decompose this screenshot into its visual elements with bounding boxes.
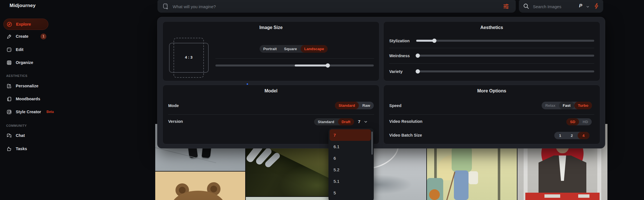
video-batch-option-4[interactable]: 4 bbox=[578, 132, 589, 139]
weirdness-label: Weirdness bbox=[389, 54, 410, 58]
search-images-input[interactable] bbox=[532, 0, 576, 13]
version-label: Version bbox=[168, 119, 183, 124]
version-option-5-2[interactable]: 5.2 bbox=[330, 164, 371, 175]
stylization-slider-thumb[interactable] bbox=[432, 39, 436, 43]
app-logo[interactable]: Midjourney bbox=[10, 3, 36, 8]
chat-icon bbox=[6, 133, 12, 139]
speed-label: Speed bbox=[389, 103, 402, 108]
version-type-option-standard[interactable]: Standard bbox=[314, 118, 338, 125]
bear-ear-inner bbox=[179, 187, 186, 194]
thumbs-up-icon bbox=[6, 146, 12, 152]
aesthetics-card: Aesthetics Stylization Weirdness Variety bbox=[383, 21, 600, 81]
mode-option-standard[interactable]: Standard bbox=[335, 102, 359, 109]
orientation-option-square[interactable]: Square bbox=[280, 45, 301, 53]
prompt-input[interactable] bbox=[172, 0, 483, 13]
sidebar-item-chat[interactable]: Chat bbox=[0, 132, 70, 139]
sidebar-item-label: Tasks bbox=[16, 146, 27, 151]
video-batch-option-2[interactable]: 2 bbox=[566, 132, 578, 139]
orange-bag bbox=[429, 189, 440, 200]
sidebar-item-label: Chat bbox=[16, 133, 25, 138]
speed-option-fast[interactable]: Fast bbox=[559, 102, 574, 109]
speed-option-turbo[interactable]: Turbo bbox=[574, 102, 592, 109]
sidebar-item-label: Organize bbox=[16, 60, 33, 65]
video-resolution-option-hd[interactable]: HD bbox=[579, 118, 592, 125]
card-title: Image Size bbox=[163, 25, 379, 30]
video-batch-size-label: Video Batch Size bbox=[389, 133, 422, 137]
aspect-slider-track[interactable] bbox=[215, 65, 374, 66]
moodboards-icon bbox=[6, 96, 12, 102]
moss-blur bbox=[280, 163, 336, 196]
video-resolution-segmented: SD HD bbox=[566, 118, 592, 125]
beta-badge: Beta bbox=[46, 110, 54, 114]
orientation-option-portrait[interactable]: Portrait bbox=[260, 45, 280, 53]
version-type-segmented: Standard Draft bbox=[314, 118, 354, 125]
sidebar-item-organize[interactable]: Organize bbox=[0, 59, 70, 66]
sidebar-item-label: Moodboards bbox=[16, 97, 40, 101]
sidebar-item-personalize[interactable]: Personalize bbox=[0, 82, 70, 90]
box-label bbox=[578, 194, 589, 198]
image-plus-icon[interactable] bbox=[162, 3, 169, 10]
orientation-option-landscape[interactable]: Landscape bbox=[301, 45, 328, 53]
sidebar-section-aesthetics: AESTHETICS bbox=[6, 74, 28, 77]
divider bbox=[389, 114, 594, 115]
sidebar-section-community: COMMUNITY bbox=[6, 124, 27, 127]
version-chevron-down-icon[interactable] bbox=[364, 120, 368, 124]
video-resolution-option-sd[interactable]: SD bbox=[566, 118, 579, 125]
sidebar-item-label: Personalize bbox=[16, 84, 39, 88]
stylization-label: Stylization bbox=[389, 39, 410, 43]
blue-indicator-dot bbox=[247, 83, 248, 85]
search-bar: P bbox=[519, 0, 603, 13]
mode-option-raw[interactable]: Raw bbox=[359, 102, 374, 109]
version-option-5-1[interactable]: 5.1 bbox=[330, 175, 371, 187]
prompt-settings-sliders-icon[interactable] bbox=[503, 3, 509, 10]
version-option-6-1[interactable]: 6.1 bbox=[330, 141, 371, 152]
mode-label: Mode bbox=[168, 103, 179, 108]
chevron-down-icon[interactable] bbox=[586, 5, 590, 9]
gallery-image-bear[interactable] bbox=[155, 172, 245, 200]
girl-shirt bbox=[452, 146, 472, 172]
sidebar-item-label: Edit bbox=[16, 47, 23, 52]
sidebar-item-label: Style Creator bbox=[16, 110, 41, 114]
stylization-slider-fill bbox=[416, 40, 434, 42]
sidebar-item-tasks[interactable]: Tasks bbox=[0, 145, 70, 153]
video-batch-segmented: 1 2 4 bbox=[554, 132, 589, 139]
aspect-ratio-label: 4 : 3 bbox=[179, 55, 199, 59]
stylization-slider-track[interactable] bbox=[416, 40, 594, 42]
box-label bbox=[544, 194, 560, 198]
turbo-bolt-icon[interactable] bbox=[593, 3, 600, 10]
speed-option-relax[interactable]: Relax bbox=[542, 102, 559, 109]
sidebar-item-moodboards[interactable]: Moodboards bbox=[0, 95, 70, 103]
create-count-badge: 1 bbox=[40, 34, 46, 39]
version-option-5[interactable]: 5 bbox=[330, 187, 371, 199]
version-option-6[interactable]: 6 bbox=[330, 152, 371, 164]
version-option-7[interactable]: 7 bbox=[330, 129, 371, 141]
variety-label: Variety bbox=[389, 69, 403, 74]
profile-filter-button[interactable]: P bbox=[579, 3, 582, 9]
sidebar-item-edit[interactable]: Edit bbox=[0, 46, 70, 54]
friend-shorts bbox=[469, 171, 478, 184]
weirdness-slider-track[interactable] bbox=[416, 55, 594, 57]
video-batch-option-1[interactable]: 1 bbox=[554, 132, 566, 139]
orientation-segmented: Portrait Square Landscape bbox=[260, 45, 328, 53]
sidebar-item-create[interactable]: Create 1 bbox=[0, 32, 70, 40]
edit-icon bbox=[6, 47, 12, 53]
version-type-option-draft[interactable]: Draft bbox=[338, 118, 354, 125]
sidebar-item-explore[interactable]: Explore bbox=[3, 19, 48, 30]
weirdness-slider-thumb[interactable] bbox=[416, 54, 420, 58]
aspect-slider-fill bbox=[295, 65, 328, 66]
aspect-slider-thumb[interactable] bbox=[326, 63, 330, 68]
gallery-image-next-row[interactable] bbox=[246, 197, 336, 200]
version-dropdown-menu: 7 6.1 6 5.2 5.1 5 bbox=[328, 128, 374, 200]
paintbrush-icon bbox=[6, 34, 12, 39]
variety-slider-thumb[interactable] bbox=[416, 69, 420, 74]
divider bbox=[389, 63, 594, 64]
sidebar-item-style-creator[interactable]: Style Creator Beta bbox=[0, 108, 70, 116]
variety-slider-track[interactable] bbox=[416, 70, 594, 72]
version-value[interactable]: 7 bbox=[358, 119, 360, 124]
prompt-bar bbox=[157, 0, 516, 13]
more-options-card: More Options Speed Relax Fast Turbo Vide… bbox=[383, 85, 600, 144]
video-resolution-label: Video Resolution bbox=[389, 119, 422, 124]
card-title: More Options bbox=[384, 88, 600, 94]
dropdown-scrollbar[interactable] bbox=[371, 132, 373, 155]
compass-icon bbox=[6, 21, 12, 27]
